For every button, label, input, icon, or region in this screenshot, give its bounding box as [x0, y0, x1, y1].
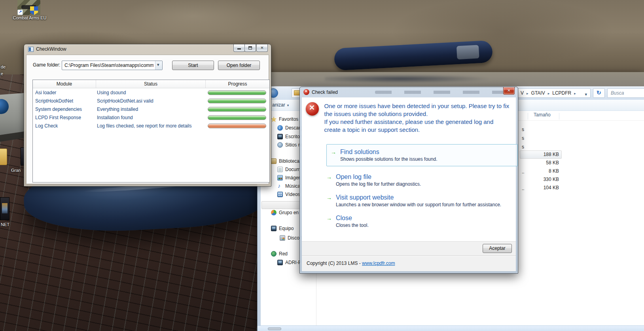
sidebar-item-sitios-recientes[interactable]: Sitios re: [277, 141, 302, 148]
file-size: 58 KB: [528, 160, 559, 166]
lcpdfr-link[interactable]: www.lcpdfr.com: [362, 261, 395, 266]
game-folder-value: C:\Program Files\Steam\steamapps\commc: [64, 63, 153, 68]
sidebar-item-descargas[interactable]: Descarg: [277, 124, 303, 131]
edge-icon-label-e[interactable]: e: [1, 71, 3, 76]
start-button[interactable]: Start: [172, 61, 214, 70]
horizontal-scrollbar-thumb[interactable]: [268, 327, 281, 330]
column-separator[interactable]: [559, 113, 559, 120]
sidebar-item-musica[interactable]: Música: [277, 183, 300, 190]
table-row[interactable]: Asi loader Using dsound: [33, 88, 269, 97]
sidebar-item-documentos[interactable]: Docum: [277, 166, 300, 173]
breadcrumb-item-gtaiv[interactable]: GTAIV: [531, 90, 545, 96]
file-size: 104 KB: [528, 185, 559, 190]
open-folder-button[interactable]: Open folder: [218, 61, 260, 70]
breadcrumb: VGTAIVLCPDFR: [521, 90, 579, 96]
details-pane: [258, 325, 644, 331]
combobox-dropdown-icon[interactable]: [155, 61, 162, 70]
dialog-close-button[interactable]: [503, 87, 515, 95]
sidebar-section-equipo[interactable]: Equipo: [271, 225, 294, 232]
breadcrumb-item-lcpdfr[interactable]: LCPDFR: [552, 90, 571, 96]
sidebar-section-bibliotecas[interactable]: Biblioteca: [271, 158, 299, 165]
explorer-titlebar-glass[interactable]: [258, 72, 644, 86]
organize-menu-button[interactable]: anizar: [272, 102, 289, 108]
close-button[interactable]: [256, 44, 268, 52]
app-window-icon: [28, 47, 34, 52]
sidebar-item-adri-pc[interactable]: ADRI-P: [277, 259, 301, 266]
checkwindow[interactable]: CheckWindow Game folder: C:\Program File…: [24, 44, 271, 186]
filename-fragment: s: [522, 135, 524, 141]
sidebar-item-escritorio[interactable]: Escritori: [277, 133, 302, 140]
edge-folder-icon[interactable]: [0, 148, 7, 165]
edge-icon-label-net[interactable]: NET: [1, 222, 9, 227]
copyright-text: Copyright (C) 2013 LMS -: [307, 261, 362, 266]
command-link-find-solutions[interactable]: Find solutions Shows possible solutions …: [331, 148, 513, 162]
favorites-star-icon: [271, 116, 277, 122]
instruction-line-2: If you need further assistance, please u…: [324, 118, 510, 134]
glass-transparency-smudge: [375, 91, 506, 94]
progress-bar-green: [208, 107, 266, 112]
documents-icon: [277, 167, 283, 172]
command-link-close[interactable]: Close Closes the tool.: [326, 214, 518, 228]
file-size: 330 KB: [528, 177, 559, 182]
maximize-button[interactable]: [244, 44, 256, 52]
desktop-icon-label[interactable]: Combat Arms EU: [7, 15, 52, 20]
refresh-button[interactable]: [593, 88, 605, 98]
column-header-progress[interactable]: Progress: [206, 80, 269, 88]
main-instruction: One or more issues have been detected in…: [324, 102, 510, 134]
dialog-button-bar: Aceptar: [302, 241, 516, 255]
green-arrow-icon: [326, 214, 333, 228]
green-arrow-icon: [326, 173, 333, 187]
focused-command-link-box[interactable]: Find solutions Shows possible solutions …: [326, 144, 518, 166]
edge-game-box-icon-2[interactable]: [0, 197, 9, 220]
dialog-footnote: Copyright (C) 2013 LMS - www.lcpdfr.com: [302, 255, 516, 271]
edge-icon-label-de[interactable]: de: [1, 65, 6, 69]
command-link-open-log-file[interactable]: Open log file Opens the log file for fur…: [326, 173, 518, 187]
dialog-body: One or more issues have been detected in…: [302, 97, 516, 271]
table-row[interactable]: System dependencies Everything installed: [33, 105, 269, 113]
sidebar-item-videos[interactable]: Vídeos: [277, 191, 300, 198]
checkwindow-titlebar[interactable]: CheckWindow: [28, 46, 66, 52]
table-row[interactable]: ScriptHookDotNet ScriptHookDotNet.asi va…: [33, 97, 269, 105]
minimize-button[interactable]: [233, 44, 245, 52]
breadcrumb-fragment[interactable]: V: [521, 90, 524, 96]
sidebar-item-imagenes[interactable]: Imágen: [277, 174, 301, 181]
filename-fragment: ..: [522, 186, 525, 191]
progress-bar-green: [208, 115, 266, 120]
table-row[interactable]: Log Check Log files checked, see report …: [33, 122, 269, 130]
dialog-title: Check failed: [312, 89, 338, 95]
column-separator[interactable]: [528, 113, 528, 120]
table-row[interactable]: LCPD First Response Installation found: [33, 113, 269, 122]
network-icon: [271, 251, 277, 257]
edge-icon-label-gran[interactable]: Gran: [11, 168, 21, 173]
minimize-icon: [237, 48, 241, 49]
column-header-status[interactable]: Status: [96, 80, 206, 88]
dialog-titlebar[interactable]: Check failed: [303, 89, 338, 95]
error-icon: [303, 89, 309, 95]
sidebar-section-grupo-hogar[interactable]: Grupo en: [271, 209, 299, 216]
aceptar-button[interactable]: Aceptar: [483, 244, 512, 253]
search-placeholder: Busca: [611, 90, 624, 96]
downloads-icon: [277, 125, 283, 131]
command-links: Find solutions Shows possible solutions …: [326, 144, 518, 228]
check-failed-dialog[interactable]: Check failed One or more issues have bee…: [299, 87, 518, 274]
game-folder-combobox[interactable]: C:\Program Files\Steam\steamapps\commc: [62, 61, 163, 70]
chevron-right-icon: [527, 90, 528, 96]
command-link-visit-support[interactable]: Visit support website Launches a new bro…: [326, 194, 518, 207]
instruction-line-1: One or more issues have been detected in…: [324, 102, 510, 118]
search-box[interactable]: Busca: [607, 88, 644, 98]
filename-fragment: s: [522, 144, 524, 150]
address-dropdown-icon[interactable]: [585, 90, 587, 97]
game-folder-label: Game folder:: [33, 62, 60, 68]
pictures-icon: [277, 175, 283, 181]
module-status-table[interactable]: Module Status Progress Asi loader Using …: [32, 80, 270, 183]
checkwindow-body: Game folder: C:\Program Files\Steam\stea…: [26, 55, 269, 184]
window-title: CheckWindow: [36, 46, 66, 52]
file-size: 188 KB: [528, 152, 559, 157]
column-header-module[interactable]: Module: [33, 80, 96, 88]
sidebar-section-red[interactable]: Red: [271, 250, 288, 257]
size-column-header[interactable]: Tamaño: [534, 112, 551, 118]
homegroup-icon: [271, 210, 277, 215]
sidebar-section-favoritos[interactable]: Favoritos: [271, 116, 298, 123]
recent-places-icon: [277, 142, 283, 148]
error-icon-large: [306, 102, 319, 116]
